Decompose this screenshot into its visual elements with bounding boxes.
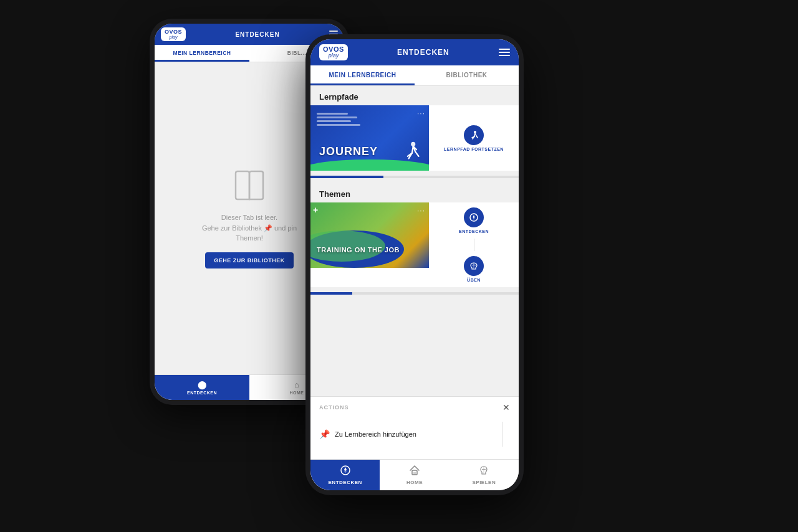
journey-lines	[317, 113, 360, 126]
front-hamburger[interactable]	[499, 49, 510, 56]
compass-icon: ⬤	[198, 380, 207, 389]
front-brain-icon	[478, 465, 489, 478]
front-nav-label-3: SPIELEN	[472, 480, 496, 485]
front-screen: OVOS play ENTDECKEN MEIN LERNBEREICH BIB…	[310, 39, 519, 490]
back-nav-label-2: HOME	[290, 391, 304, 395]
back-header-title: ENTDECKEN	[235, 31, 279, 38]
training-card: + TRAINING ON THE JOB ···	[310, 202, 519, 287]
front-header-title: ENTDECKEN	[397, 48, 449, 57]
training-card-actions: ENTDECKEN	[429, 202, 519, 287]
front-nav-label-2: HOME	[406, 480, 423, 485]
home-icon: ⌂	[294, 380, 299, 389]
actions-sheet: ACTIONS ✕ 📌 Zu Lernbereich hinzufügen	[310, 396, 519, 459]
journey-progress-fill	[310, 176, 383, 178]
themen-section-label: Themen	[310, 183, 519, 202]
back-nav-label-1: ENTDECKEN	[187, 391, 217, 395]
front-logo: OVOS play	[319, 44, 348, 60]
actions-sheet-title: ACTIONS	[319, 404, 349, 411]
lernpfad-label: LERNPFAD FORTSETZEN	[444, 147, 504, 151]
ueben-button[interactable]: ÜBEN	[464, 256, 484, 282]
add-to-lernbereich-item[interactable]: 📌 Zu Lernbereich hinzufügen	[319, 429, 494, 439]
run-icon	[464, 125, 484, 145]
lernpfad-fortsetzen-button[interactable]: LERNPFAD FORTSETZEN	[444, 125, 504, 151]
journey-text: JOURNEY	[319, 145, 378, 158]
back-nav-entdecken[interactable]: ⬤ ENTDECKEN	[155, 375, 249, 400]
front-nav-entdecken[interactable]: ENTDECKEN	[310, 460, 380, 490]
training-progress-bar	[310, 292, 519, 295]
front-tab-bibliothek[interactable]: BIBLIOTHEK	[415, 65, 519, 85]
ueben-label: ÜBEN	[467, 278, 481, 282]
back-tab-lernbereich[interactable]: MEIN LERNBEREICH	[155, 45, 249, 62]
scene: OVOS play ENTDECKEN MEIN LERNBEREICH BIB…	[0, 0, 798, 532]
logo-play: play	[170, 35, 178, 39]
front-tab-lernbereich[interactable]: MEIN LERNBEREICH	[310, 65, 415, 85]
back-goto-button[interactable]: GEHE ZUR BIBLIOTHEK	[205, 252, 294, 268]
plus-badge: +	[313, 205, 318, 215]
front-nav-spielen[interactable]: SPIELEN	[449, 460, 519, 490]
front-header: OVOS play ENTDECKEN	[310, 39, 519, 65]
training-dots-menu[interactable]: ···	[417, 206, 425, 215]
book-icon	[231, 168, 268, 202]
back-empty-text: Dieser Tab ist leer.Gehe zur Bibliothek …	[202, 212, 297, 244]
entdecken-label: ENTDECKEN	[459, 229, 489, 234]
journey-card: JOURNEY ···	[310, 105, 519, 171]
compass-action-icon	[464, 207, 484, 227]
phone-front: OVOS play ENTDECKEN MEIN LERNBEREICH BIB…	[305, 34, 524, 495]
journey-progress-bar	[310, 176, 519, 178]
svg-rect-5	[413, 472, 416, 475]
journey-dots-menu[interactable]: ···	[417, 109, 425, 118]
journey-card-image: JOURNEY ···	[310, 105, 429, 171]
journey-card-actions: LERNPFAD FORTSETZEN	[429, 105, 519, 171]
actions-sheet-header: ACTIONS ✕	[319, 403, 510, 412]
actions-sheet-content: 📌 Zu Lernbereich hinzufügen	[319, 418, 510, 450]
brain-icon	[464, 256, 484, 276]
front-nav-home[interactable]: HOME	[380, 460, 449, 490]
back-logo: OVOS play	[161, 27, 186, 41]
training-card-image: + TRAINING ON THE JOB ···	[310, 202, 429, 268]
training-text: TRAINING ON THE JOB	[317, 246, 400, 254]
front-logo-play: play	[329, 53, 339, 59]
front-content: Lernpfade JOURNEY	[310, 86, 519, 396]
lernpfade-section-label: Lernpfade	[310, 86, 519, 105]
front-tab-bar: MEIN LERNBEREICH BIBLIOTHEK	[310, 65, 519, 86]
close-actions-button[interactable]: ✕	[502, 403, 510, 412]
journey-grass	[310, 159, 429, 171]
logo-ovos: OVOS	[165, 29, 182, 35]
front-nav-label-1: ENTDECKEN	[329, 480, 362, 485]
entdecken-button[interactable]: ENTDECKEN	[459, 207, 489, 234]
front-home-icon	[409, 465, 420, 478]
pin-icon: 📌	[319, 429, 330, 439]
add-to-lernbereich-text: Zu Lernbereich hinzufügen	[335, 430, 416, 438]
training-progress-fill	[310, 292, 352, 295]
actions-sheet-divider	[502, 422, 502, 447]
action-divider	[474, 239, 474, 251]
front-bottom-nav: ENTDECKEN HOME	[310, 459, 519, 490]
front-compass-icon	[340, 465, 351, 478]
